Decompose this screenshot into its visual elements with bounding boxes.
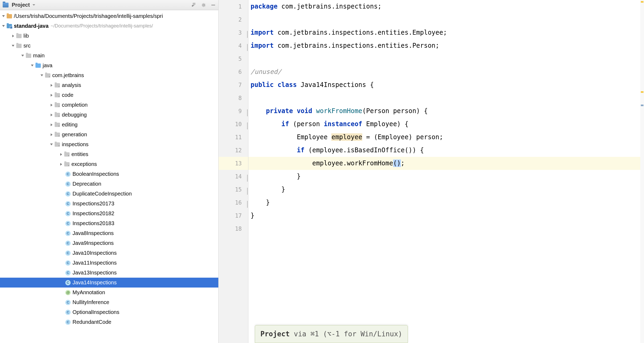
tree-folder-src[interactable]: src (0, 41, 218, 51)
code-line[interactable] (248, 222, 644, 235)
gutter-line-number[interactable]: 2 (219, 13, 248, 26)
gutter-line-number[interactable]: 15 (219, 183, 248, 196)
tree-package-exceptions[interactable]: exceptions (0, 159, 218, 169)
tree-class-deprecation[interactable]: C Deprecation (0, 179, 218, 189)
tree-package-debugging[interactable]: debugging (0, 110, 218, 120)
gutter-line-number[interactable]: 3 (219, 26, 248, 39)
code-line[interactable]: import com.jetbrains.inspections.entitie… (248, 26, 644, 39)
fold-toggle-icon[interactable] (247, 44, 248, 51)
code-line[interactable]: private void workFromHome(Person person)… (248, 105, 644, 118)
tree-class-duplicate-code-inspection[interactable]: C DuplicateCodeInspection (0, 189, 218, 199)
code-line[interactable]: } (248, 209, 644, 222)
code-line[interactable]: if (person instanceof Employee) { (248, 118, 644, 131)
status-stripe[interactable] (640, 0, 644, 343)
tree-package-com-jetbrains[interactable]: com.jetbrains (0, 70, 218, 80)
gutter-line-number[interactable]: 13 (219, 157, 248, 170)
fold-toggle-icon[interactable] (247, 109, 248, 116)
gear-icon[interactable] (201, 3, 206, 7)
scroll-to-source-icon[interactable] (192, 3, 196, 7)
tree-class-boolean-inspections[interactable]: C BooleanInspections (0, 169, 218, 179)
warning-marker[interactable] (641, 91, 643, 93)
warning-marker[interactable] (641, 1, 643, 3)
code-line[interactable]: } (248, 170, 644, 183)
code-line[interactable]: import com.jetbrains.inspections.entitie… (248, 39, 644, 52)
code-line[interactable]: Employee employee = (Employee) person; (248, 131, 644, 144)
editor[interactable]: 1 2 3 4 5 6 7 8 9 10 11 12 13 14 15 16 1… (219, 0, 644, 343)
tree-class-java14-inspections[interactable]: C Java14Inspections (0, 278, 218, 288)
disclosure-collapsed-icon[interactable] (11, 34, 15, 38)
tree-class-java11-inspections[interactable]: C Java11Inspections (0, 258, 218, 268)
disclosure-expanded-icon[interactable] (40, 74, 44, 77)
disclosure-expanded-icon[interactable] (2, 14, 5, 18)
gutter-line-number[interactable]: 9 (219, 105, 248, 118)
tree-package-editing[interactable]: editing (0, 120, 218, 130)
fold-toggle-icon[interactable] (247, 201, 248, 208)
project-view-selector[interactable]: Project (3, 2, 190, 8)
code-line[interactable]: } (248, 183, 644, 196)
code-line[interactable] (248, 91, 644, 105)
gutter-line-number[interactable]: 6 (219, 65, 248, 78)
tree-package-code[interactable]: code (0, 90, 218, 100)
disclosure-collapsed-icon[interactable] (59, 162, 63, 166)
tree-class-java9-inspections[interactable]: C Java9Inspections (0, 238, 218, 248)
code-line[interactable] (248, 52, 644, 65)
code-line[interactable]: } (248, 196, 644, 209)
disclosure-collapsed-icon[interactable] (50, 113, 53, 117)
disclosure-collapsed-icon[interactable] (50, 83, 53, 87)
tree-package-entities[interactable]: entities (0, 149, 218, 159)
gutter-line-number[interactable]: 4 (219, 39, 248, 52)
tree-package-completion[interactable]: completion (0, 100, 218, 110)
disclosure-collapsed-icon[interactable] (50, 93, 53, 97)
tree-annotation-my-annotation[interactable]: @ MyAnnotation (0, 288, 218, 297)
tree-module[interactable]: standard-java ~/Documents/Projects/trish… (0, 21, 218, 31)
code-line[interactable]: if (employee.isBasedInOffice()) { (248, 144, 644, 157)
code-line[interactable]: public class Java14Inspections { (248, 78, 644, 91)
disclosure-expanded-icon[interactable] (2, 24, 5, 28)
tree-folder-main[interactable]: main (0, 51, 218, 61)
tree-folder-lib[interactable]: lib (0, 31, 218, 41)
disclosure-expanded-icon[interactable] (30, 64, 34, 67)
code-line-current[interactable]: employee.workFromHome(); (248, 157, 644, 170)
disclosure-collapsed-icon[interactable] (59, 153, 63, 156)
tree-folder-java[interactable]: java (0, 61, 218, 70)
fold-toggle-icon[interactable] (247, 122, 248, 129)
tree-class-redundant-code[interactable]: C RedundantCode (0, 317, 218, 327)
tree-package-inspections[interactable]: inspections (0, 139, 218, 149)
tree-class-java13-inspections[interactable]: C Java13Inspections (0, 268, 218, 278)
fold-toggle-icon[interactable] (247, 188, 248, 195)
disclosure-expanded-icon[interactable] (50, 143, 53, 146)
code-line[interactable] (248, 13, 644, 26)
disclosure-expanded-icon[interactable] (21, 54, 25, 58)
tree-package-analysis[interactable]: analysis (0, 80, 218, 90)
gutter-line-number[interactable]: 1 (219, 0, 248, 13)
fold-toggle-icon[interactable] (247, 175, 248, 182)
minimize-icon[interactable] (211, 3, 216, 7)
code-area[interactable]: package com.jetbrains.inspections; impor… (248, 0, 644, 343)
disclosure-collapsed-icon[interactable] (50, 133, 53, 137)
gutter-line-number[interactable]: 17 (219, 209, 248, 222)
editor-gutter[interactable]: 1 2 3 4 5 6 7 8 9 10 11 12 13 14 15 16 1… (219, 0, 248, 343)
disclosure-collapsed-icon[interactable] (50, 103, 53, 107)
gutter-line-number[interactable]: 5 (219, 52, 248, 65)
gutter-line-number[interactable]: 8 (219, 91, 248, 105)
gutter-line-number[interactable]: 18 (219, 222, 248, 235)
code-line[interactable]: package com.jetbrains.inspections; (248, 0, 644, 13)
project-tree[interactable]: /Users/trisha/Documents/Projects/trishag… (0, 10, 218, 343)
tree-class-inspections20182[interactable]: C Inspections20182 (0, 209, 218, 218)
info-marker[interactable] (641, 105, 643, 106)
tree-class-inspections20173[interactable]: C Inspections20173 (0, 199, 218, 209)
tree-class-java8-inspections[interactable]: C Java8Inspections (0, 228, 218, 238)
gutter-line-number[interactable]: 14 (219, 170, 248, 183)
fold-toggle-icon[interactable] (247, 31, 248, 38)
code-line[interactable]: /unused/ (248, 65, 644, 78)
disclosure-expanded-icon[interactable] (11, 44, 15, 48)
disclosure-collapsed-icon[interactable] (50, 123, 53, 127)
gutter-line-number[interactable]: 12 (219, 144, 248, 157)
tree-root-folder[interactable]: /Users/trisha/Documents/Projects/trishag… (0, 11, 218, 21)
tree-class-inspections20183[interactable]: C Inspections20183 (0, 218, 218, 228)
gutter-line-number[interactable]: 7 (219, 78, 248, 91)
gutter-line-number[interactable]: 10 (219, 118, 248, 131)
gutter-line-number[interactable]: 16 (219, 196, 248, 209)
tree-class-java10-inspections[interactable]: C Java10Inspections (0, 248, 218, 258)
gutter-line-number[interactable]: 11 (219, 131, 248, 144)
